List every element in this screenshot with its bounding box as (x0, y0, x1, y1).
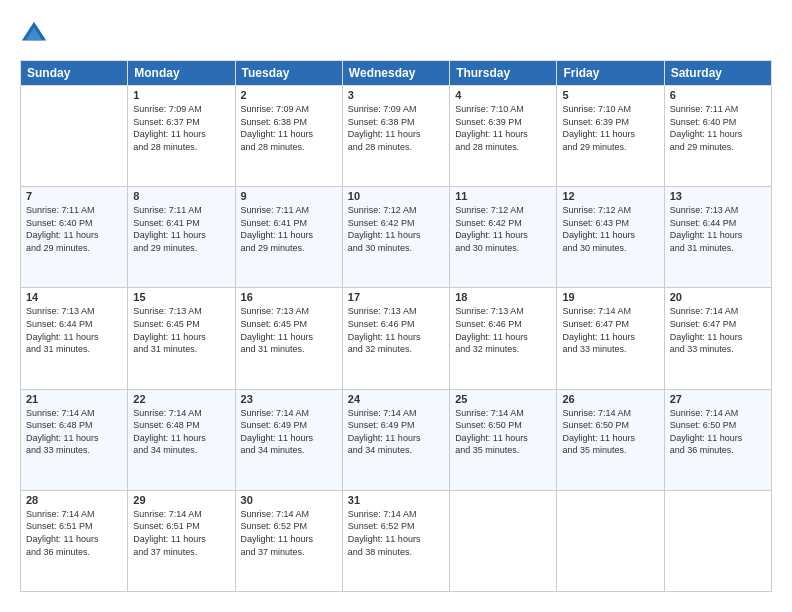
day-info: Sunrise: 7:13 AM Sunset: 6:44 PM Dayligh… (670, 204, 766, 254)
day-number: 19 (562, 291, 658, 303)
calendar-week-4: 21Sunrise: 7:14 AM Sunset: 6:48 PM Dayli… (21, 389, 772, 490)
day-info: Sunrise: 7:14 AM Sunset: 6:47 PM Dayligh… (562, 305, 658, 355)
day-info: Sunrise: 7:13 AM Sunset: 6:44 PM Dayligh… (26, 305, 122, 355)
weekday-header-wednesday: Wednesday (342, 61, 449, 86)
day-info: Sunrise: 7:12 AM Sunset: 6:43 PM Dayligh… (562, 204, 658, 254)
day-number: 3 (348, 89, 444, 101)
day-number: 22 (133, 393, 229, 405)
weekday-header-saturday: Saturday (664, 61, 771, 86)
calendar-cell (557, 490, 664, 591)
calendar-cell: 31Sunrise: 7:14 AM Sunset: 6:52 PM Dayli… (342, 490, 449, 591)
calendar-cell (450, 490, 557, 591)
calendar-cell: 24Sunrise: 7:14 AM Sunset: 6:49 PM Dayli… (342, 389, 449, 490)
calendar-cell: 25Sunrise: 7:14 AM Sunset: 6:50 PM Dayli… (450, 389, 557, 490)
day-info: Sunrise: 7:10 AM Sunset: 6:39 PM Dayligh… (455, 103, 551, 153)
calendar-cell: 14Sunrise: 7:13 AM Sunset: 6:44 PM Dayli… (21, 288, 128, 389)
day-number: 15 (133, 291, 229, 303)
day-number: 14 (26, 291, 122, 303)
day-number: 5 (562, 89, 658, 101)
calendar-cell: 28Sunrise: 7:14 AM Sunset: 6:51 PM Dayli… (21, 490, 128, 591)
day-info: Sunrise: 7:13 AM Sunset: 6:46 PM Dayligh… (348, 305, 444, 355)
weekday-header-tuesday: Tuesday (235, 61, 342, 86)
calendar-cell: 18Sunrise: 7:13 AM Sunset: 6:46 PM Dayli… (450, 288, 557, 389)
day-info: Sunrise: 7:14 AM Sunset: 6:50 PM Dayligh… (562, 407, 658, 457)
day-number: 9 (241, 190, 337, 202)
day-info: Sunrise: 7:10 AM Sunset: 6:39 PM Dayligh… (562, 103, 658, 153)
calendar-table: SundayMondayTuesdayWednesdayThursdayFrid… (20, 60, 772, 592)
day-info: Sunrise: 7:09 AM Sunset: 6:37 PM Dayligh… (133, 103, 229, 153)
day-number: 23 (241, 393, 337, 405)
day-info: Sunrise: 7:11 AM Sunset: 6:41 PM Dayligh… (241, 204, 337, 254)
day-info: Sunrise: 7:14 AM Sunset: 6:51 PM Dayligh… (26, 508, 122, 558)
day-number: 17 (348, 291, 444, 303)
day-info: Sunrise: 7:09 AM Sunset: 6:38 PM Dayligh… (241, 103, 337, 153)
day-number: 25 (455, 393, 551, 405)
day-number: 7 (26, 190, 122, 202)
day-info: Sunrise: 7:13 AM Sunset: 6:45 PM Dayligh… (133, 305, 229, 355)
calendar-cell: 1Sunrise: 7:09 AM Sunset: 6:37 PM Daylig… (128, 86, 235, 187)
calendar-week-5: 28Sunrise: 7:14 AM Sunset: 6:51 PM Dayli… (21, 490, 772, 591)
day-info: Sunrise: 7:14 AM Sunset: 6:52 PM Dayligh… (241, 508, 337, 558)
day-number: 16 (241, 291, 337, 303)
day-info: Sunrise: 7:14 AM Sunset: 6:50 PM Dayligh… (670, 407, 766, 457)
calendar-cell: 30Sunrise: 7:14 AM Sunset: 6:52 PM Dayli… (235, 490, 342, 591)
calendar-cell: 29Sunrise: 7:14 AM Sunset: 6:51 PM Dayli… (128, 490, 235, 591)
day-info: Sunrise: 7:12 AM Sunset: 6:42 PM Dayligh… (348, 204, 444, 254)
calendar-cell: 8Sunrise: 7:11 AM Sunset: 6:41 PM Daylig… (128, 187, 235, 288)
logo (20, 20, 52, 48)
calendar-week-2: 7Sunrise: 7:11 AM Sunset: 6:40 PM Daylig… (21, 187, 772, 288)
day-info: Sunrise: 7:13 AM Sunset: 6:46 PM Dayligh… (455, 305, 551, 355)
day-number: 6 (670, 89, 766, 101)
calendar-cell: 2Sunrise: 7:09 AM Sunset: 6:38 PM Daylig… (235, 86, 342, 187)
logo-icon (20, 20, 48, 48)
day-number: 20 (670, 291, 766, 303)
weekday-header-friday: Friday (557, 61, 664, 86)
day-info: Sunrise: 7:11 AM Sunset: 6:40 PM Dayligh… (670, 103, 766, 153)
calendar-cell: 16Sunrise: 7:13 AM Sunset: 6:45 PM Dayli… (235, 288, 342, 389)
day-info: Sunrise: 7:14 AM Sunset: 6:48 PM Dayligh… (26, 407, 122, 457)
calendar-cell: 3Sunrise: 7:09 AM Sunset: 6:38 PM Daylig… (342, 86, 449, 187)
day-number: 24 (348, 393, 444, 405)
weekday-header-sunday: Sunday (21, 61, 128, 86)
calendar-cell: 13Sunrise: 7:13 AM Sunset: 6:44 PM Dayli… (664, 187, 771, 288)
calendar-cell: 19Sunrise: 7:14 AM Sunset: 6:47 PM Dayli… (557, 288, 664, 389)
calendar-cell: 27Sunrise: 7:14 AM Sunset: 6:50 PM Dayli… (664, 389, 771, 490)
day-number: 2 (241, 89, 337, 101)
calendar-week-1: 1Sunrise: 7:09 AM Sunset: 6:37 PM Daylig… (21, 86, 772, 187)
calendar-cell: 6Sunrise: 7:11 AM Sunset: 6:40 PM Daylig… (664, 86, 771, 187)
calendar-cell: 15Sunrise: 7:13 AM Sunset: 6:45 PM Dayli… (128, 288, 235, 389)
day-info: Sunrise: 7:11 AM Sunset: 6:41 PM Dayligh… (133, 204, 229, 254)
day-number: 18 (455, 291, 551, 303)
day-number: 11 (455, 190, 551, 202)
calendar-cell: 22Sunrise: 7:14 AM Sunset: 6:48 PM Dayli… (128, 389, 235, 490)
calendar-cell: 4Sunrise: 7:10 AM Sunset: 6:39 PM Daylig… (450, 86, 557, 187)
day-info: Sunrise: 7:14 AM Sunset: 6:49 PM Dayligh… (241, 407, 337, 457)
header (20, 20, 772, 48)
day-number: 21 (26, 393, 122, 405)
calendar-header-row: SundayMondayTuesdayWednesdayThursdayFrid… (21, 61, 772, 86)
weekday-header-thursday: Thursday (450, 61, 557, 86)
calendar-cell: 12Sunrise: 7:12 AM Sunset: 6:43 PM Dayli… (557, 187, 664, 288)
day-number: 30 (241, 494, 337, 506)
day-number: 13 (670, 190, 766, 202)
page: SundayMondayTuesdayWednesdayThursdayFrid… (0, 0, 792, 612)
day-number: 4 (455, 89, 551, 101)
calendar-cell: 21Sunrise: 7:14 AM Sunset: 6:48 PM Dayli… (21, 389, 128, 490)
day-info: Sunrise: 7:14 AM Sunset: 6:49 PM Dayligh… (348, 407, 444, 457)
day-number: 27 (670, 393, 766, 405)
day-number: 8 (133, 190, 229, 202)
calendar-cell: 23Sunrise: 7:14 AM Sunset: 6:49 PM Dayli… (235, 389, 342, 490)
calendar-cell: 20Sunrise: 7:14 AM Sunset: 6:47 PM Dayli… (664, 288, 771, 389)
day-info: Sunrise: 7:14 AM Sunset: 6:51 PM Dayligh… (133, 508, 229, 558)
day-number: 29 (133, 494, 229, 506)
calendar-cell: 17Sunrise: 7:13 AM Sunset: 6:46 PM Dayli… (342, 288, 449, 389)
day-number: 12 (562, 190, 658, 202)
day-info: Sunrise: 7:14 AM Sunset: 6:47 PM Dayligh… (670, 305, 766, 355)
calendar-cell: 10Sunrise: 7:12 AM Sunset: 6:42 PM Dayli… (342, 187, 449, 288)
day-number: 1 (133, 89, 229, 101)
day-number: 28 (26, 494, 122, 506)
calendar-week-3: 14Sunrise: 7:13 AM Sunset: 6:44 PM Dayli… (21, 288, 772, 389)
calendar-cell (664, 490, 771, 591)
day-info: Sunrise: 7:14 AM Sunset: 6:48 PM Dayligh… (133, 407, 229, 457)
day-info: Sunrise: 7:09 AM Sunset: 6:38 PM Dayligh… (348, 103, 444, 153)
